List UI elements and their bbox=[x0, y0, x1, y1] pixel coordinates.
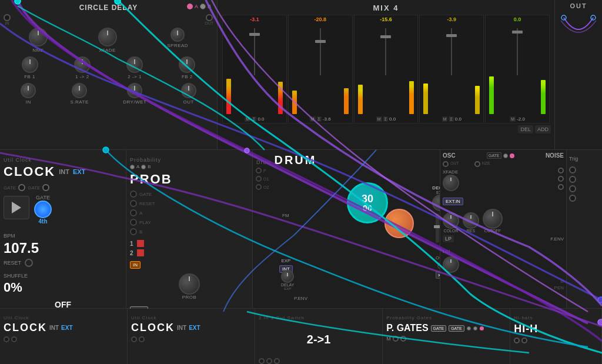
ch1-sigma-btn[interactable]: Σ bbox=[252, 116, 256, 122]
ch1-fader-handle[interactable] bbox=[249, 33, 260, 36]
prob-ab-b: B bbox=[148, 164, 150, 169]
drum-big-knob[interactable]: 30 00 bbox=[347, 182, 388, 223]
cd-in-jack[interactable] bbox=[4, 14, 11, 21]
ch4-sigma-btn[interactable]: Σ bbox=[449, 116, 453, 122]
exp-label: EXP bbox=[281, 258, 290, 263]
ch4-fader-handle[interactable] bbox=[446, 34, 457, 37]
xfade-knob2[interactable] bbox=[443, 175, 459, 191]
noise-ab-b[interactable] bbox=[510, 153, 514, 158]
cutoff-knob[interactable] bbox=[483, 209, 503, 229]
prob-knob[interactable] bbox=[179, 273, 200, 295]
ch3-m-btn[interactable]: M bbox=[376, 116, 382, 122]
fb1-knob[interactable] bbox=[22, 56, 38, 73]
noise-out-jack[interactable] bbox=[443, 161, 449, 167]
color-knob[interactable] bbox=[443, 212, 459, 229]
2to1-knob[interactable] bbox=[126, 56, 143, 73]
prob-ab-dot-a[interactable] bbox=[130, 165, 135, 169]
bclock2-gate2-jack[interactable] bbox=[139, 336, 145, 342]
pgates-ab-a[interactable] bbox=[467, 326, 471, 330]
bclock1-gate2-jack[interactable] bbox=[11, 336, 17, 342]
ch5-m-btn[interactable]: M bbox=[510, 116, 516, 122]
trig-a-jack[interactable] bbox=[569, 185, 576, 192]
prob-a-jack[interactable] bbox=[130, 209, 137, 216]
ch4-m-btn[interactable]: M bbox=[442, 116, 448, 122]
cd-out-knob-label: OUT bbox=[183, 99, 194, 105]
add-button[interactable]: ADD bbox=[535, 125, 551, 133]
prob-gate-jack[interactable] bbox=[130, 191, 137, 198]
gate-circle[interactable] bbox=[34, 201, 52, 218]
1to2-knob[interactable] bbox=[74, 56, 91, 73]
p-env-label: P.ENV bbox=[294, 296, 307, 301]
hihats-jack-2[interactable] bbox=[521, 338, 527, 343]
bclock2-gate-jack[interactable] bbox=[131, 336, 137, 342]
del-button[interactable]: DEL bbox=[518, 125, 533, 133]
ch2-sigma-btn[interactable]: Σ bbox=[317, 116, 322, 122]
trig-out-jack[interactable] bbox=[569, 166, 576, 173]
pgates-section-label: Probability Gates bbox=[386, 315, 432, 320]
reset-row: RESET bbox=[4, 259, 122, 267]
pgates-ab-dot[interactable] bbox=[480, 326, 484, 330]
ch2-fader-handle[interactable] bbox=[315, 40, 326, 43]
mix4-title: MIX 4 bbox=[221, 4, 551, 12]
out-curve-svg bbox=[558, 12, 599, 59]
bclock1-gate-jack[interactable] bbox=[4, 336, 9, 342]
srate-knob[interactable] bbox=[72, 83, 87, 98]
step2-indicator[interactable] bbox=[137, 249, 144, 256]
noise-ab-a[interactable] bbox=[503, 153, 508, 158]
drywet-knob[interactable] bbox=[127, 83, 142, 98]
pgates-ch-jack[interactable] bbox=[400, 336, 406, 342]
play-button[interactable] bbox=[4, 196, 29, 219]
switch-in1-jack[interactable] bbox=[259, 358, 265, 364]
prob-ab-dot-b[interactable] bbox=[141, 165, 146, 169]
gate-jack-1[interactable] bbox=[18, 184, 25, 191]
prob-section-label: Probability bbox=[130, 157, 161, 163]
hihats-jack-1[interactable] bbox=[514, 338, 520, 343]
prob-b-jack[interactable] bbox=[130, 228, 137, 235]
prob-play-jack[interactable] bbox=[130, 219, 137, 226]
drum-o2-jack[interactable] bbox=[256, 184, 262, 190]
switch-out-jack[interactable] bbox=[274, 358, 280, 364]
drum-p-jack[interactable] bbox=[256, 168, 262, 173]
ch1-m-btn[interactable]: M bbox=[245, 116, 250, 122]
drum-orange-knob[interactable] bbox=[384, 209, 414, 238]
pgates-trg-jack[interactable] bbox=[393, 336, 399, 342]
prob-reset-jack[interactable] bbox=[130, 200, 137, 207]
nme-knob[interactable] bbox=[29, 28, 48, 46]
gate-subdivision: 4th bbox=[39, 218, 48, 225]
ch3-value: -15.6 bbox=[380, 16, 392, 22]
middle-row: Util Clock CLOCK INT EXT GATE GATE bbox=[0, 150, 602, 309]
ch3-db: 0.0 bbox=[389, 116, 396, 122]
drum-delay-knob[interactable] bbox=[281, 270, 294, 283]
drum-o1-jack[interactable] bbox=[256, 176, 262, 182]
ch5-fader-handle[interactable] bbox=[512, 31, 523, 34]
noise-out-r-jack[interactable] bbox=[558, 168, 564, 173]
1to2-knob-group: 1 -> 2 bbox=[74, 56, 91, 79]
shuffle-section: SHUFFLE 0% bbox=[4, 269, 122, 295]
fb2-knob[interactable] bbox=[179, 56, 195, 73]
cd-out-knob[interactable] bbox=[181, 83, 196, 98]
noise-b-jack[interactable] bbox=[558, 184, 564, 190]
pgates-ab-b[interactable] bbox=[473, 326, 477, 330]
decay-lin-knob[interactable] bbox=[443, 256, 459, 273]
trig-nze-jack[interactable] bbox=[569, 176, 576, 183]
switch-in2-jack[interactable] bbox=[266, 358, 272, 364]
step1-indicator[interactable] bbox=[137, 240, 144, 247]
power-button[interactable] bbox=[25, 259, 33, 267]
ch3-fader-handle[interactable] bbox=[380, 35, 391, 38]
spread-knob[interactable] bbox=[170, 28, 185, 42]
ch1-meter-l bbox=[226, 79, 231, 114]
noise-nze-jack[interactable] bbox=[474, 161, 480, 167]
decay-slider-1[interactable] bbox=[436, 213, 439, 243]
noise-a-jack[interactable] bbox=[558, 176, 564, 182]
xfade-knob[interactable] bbox=[98, 28, 117, 46]
ab-dot-b[interactable] bbox=[200, 4, 206, 9]
cd-in-knob[interactable] bbox=[21, 83, 36, 98]
main-container: CIRCLE DELAY A B IN OUT bbox=[0, 0, 602, 364]
trig-b-jack[interactable] bbox=[569, 195, 576, 202]
ch2-m-btn[interactable]: M bbox=[310, 116, 316, 122]
cd-out-jack[interactable] bbox=[206, 14, 213, 21]
ab-dot-a[interactable] bbox=[187, 4, 193, 9]
gate-jack-2[interactable] bbox=[42, 184, 49, 191]
res-knob[interactable] bbox=[463, 212, 479, 229]
ch3-sigma-btn[interactable]: Σ bbox=[383, 116, 388, 122]
